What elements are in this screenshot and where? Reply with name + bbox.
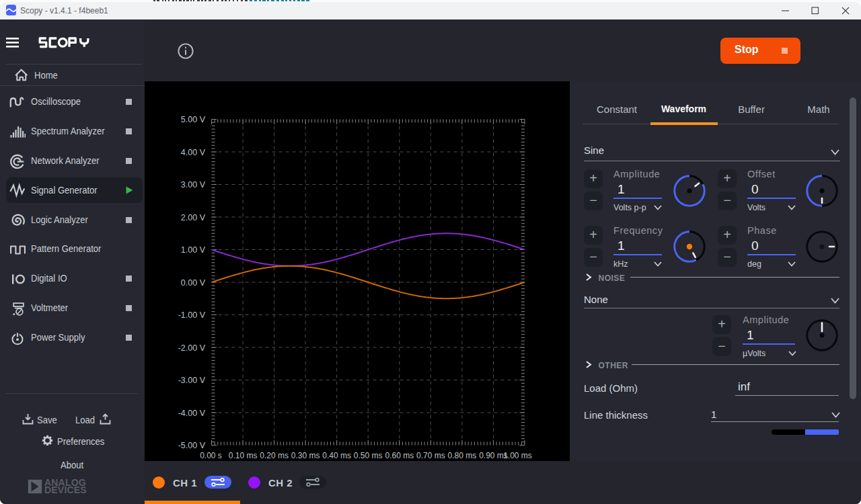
svg-text:-3.00 V: -3.00 V (178, 376, 206, 385)
svg-text:0.50 ms: 0.50 ms (354, 451, 383, 460)
svg-text:-5.00 V: -5.00 V (178, 441, 206, 450)
svg-text:0.00 s: 0.00 s (200, 451, 222, 460)
svg-text:2.00 V: 2.00 V (181, 213, 206, 222)
svg-text:-4.00 V: -4.00 V (178, 409, 206, 418)
svg-text:0.70 ms: 0.70 ms (416, 451, 445, 460)
svg-text:-2.00 V: -2.00 V (178, 343, 206, 353)
svg-text:-1.00 V: -1.00 V (178, 310, 206, 320)
svg-text:0.00 V: 0.00 V (181, 278, 206, 288)
svg-text:0.10 ms: 0.10 ms (229, 451, 258, 460)
svg-text:0.30 ms: 0.30 ms (291, 451, 320, 460)
svg-text:5.00 V: 5.00 V (181, 115, 206, 124)
svg-text:3.00 V: 3.00 V (181, 180, 206, 190)
svg-text:0.20 ms: 0.20 ms (260, 451, 289, 460)
svg-text:1.00 ms: 1.00 ms (503, 451, 532, 460)
svg-text:0.80 ms: 0.80 ms (448, 451, 477, 460)
svg-text:0.60 ms: 0.60 ms (385, 451, 414, 460)
svg-text:0.40 ms: 0.40 ms (322, 451, 351, 460)
svg-text:4.00 V: 4.00 V (181, 148, 206, 157)
svg-text:1.00 V: 1.00 V (181, 245, 206, 255)
